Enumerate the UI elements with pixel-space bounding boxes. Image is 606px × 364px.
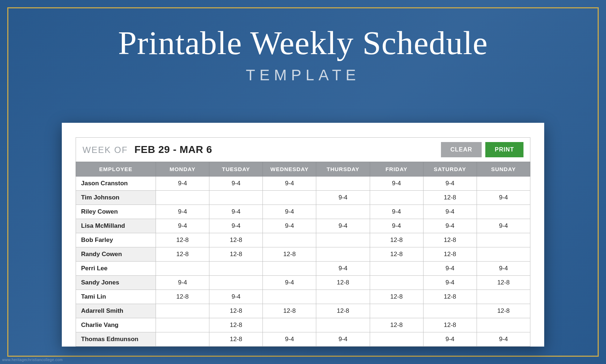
- shift-cell: 12-8: [263, 247, 316, 262]
- shift-cell: 9-4: [423, 177, 477, 191]
- col-sunday: SUNDAY: [477, 162, 530, 177]
- shift-cell: 9-4: [423, 276, 477, 290]
- shift-cell: [263, 191, 316, 205]
- shift-cell: [477, 290, 530, 304]
- button-group: CLEAR PRINT: [441, 142, 523, 157]
- shift-cell: 12-8: [263, 304, 316, 318]
- shift-cell: 12-8: [156, 247, 209, 262]
- shift-cell: 9-4: [263, 276, 316, 290]
- shift-cell: 9-4: [370, 177, 423, 191]
- employee-name: Adarrell Smith: [76, 304, 156, 318]
- shift-cell: 9-4: [423, 205, 477, 219]
- shift-cell: 9-4: [477, 332, 530, 347]
- shift-cell: [209, 262, 263, 276]
- shift-cell: [316, 247, 370, 262]
- shift-cell: [156, 332, 209, 347]
- shift-cell: 9-4: [263, 332, 316, 347]
- shift-cell: 9-4: [477, 191, 530, 205]
- shift-cell: 9-4: [477, 219, 530, 233]
- shift-cell: 9-4: [316, 219, 370, 233]
- shift-cell: 12-8: [477, 276, 530, 290]
- shift-cell: 9-4: [156, 276, 209, 290]
- shift-cell: [316, 177, 370, 191]
- shift-cell: 9-4: [370, 205, 423, 219]
- shift-cell: 9-4: [316, 262, 370, 276]
- week-of: WEEK OF FEB 29 - MAR 6: [83, 144, 212, 155]
- shift-cell: 12-8: [423, 191, 477, 205]
- shift-cell: [370, 332, 423, 347]
- employee-name: Randy Cowen: [76, 247, 156, 262]
- table-row: Jason Cranston9-49-49-49-49-4: [76, 177, 530, 191]
- shift-cell: 9-4: [423, 262, 477, 276]
- employee-name: Sandy Jones: [76, 276, 156, 290]
- shift-cell: [477, 205, 530, 219]
- shift-cell: [477, 318, 530, 332]
- shift-cell: [316, 233, 370, 247]
- col-saturday: SATURDAY: [423, 162, 477, 177]
- shift-cell: 9-4: [156, 177, 209, 191]
- shift-cell: 12-8: [209, 332, 263, 347]
- shift-cell: [370, 276, 423, 290]
- shift-cell: [209, 276, 263, 290]
- shift-cell: 9-4: [156, 219, 209, 233]
- employee-name: Charlie Vang: [76, 318, 156, 332]
- col-tuesday: TUESDAY: [209, 162, 263, 177]
- shift-cell: 9-4: [209, 205, 263, 219]
- shift-cell: [156, 262, 209, 276]
- employee-name: Tim Johnson: [76, 191, 156, 205]
- shift-cell: 9-4: [423, 332, 477, 347]
- shift-cell: [423, 304, 477, 318]
- table-row: Thomas Edmunson12-89-49-49-49-4: [76, 332, 530, 347]
- shift-cell: [477, 247, 530, 262]
- table-row: Bob Farley12-812-812-812-8: [76, 233, 530, 247]
- shift-cell: 12-8: [209, 247, 263, 262]
- clear-button[interactable]: CLEAR: [441, 142, 482, 157]
- col-friday: FRIDAY: [370, 162, 423, 177]
- week-of-label: WEEK OF: [83, 145, 128, 155]
- shift-cell: [263, 262, 316, 276]
- col-employee: EMPLOYEE: [76, 162, 156, 177]
- shift-cell: [156, 191, 209, 205]
- shift-cell: 12-8: [423, 247, 477, 262]
- shift-cell: 9-4: [209, 177, 263, 191]
- shift-cell: [263, 290, 316, 304]
- table-row: Lisa McMilland9-49-49-49-49-49-49-4: [76, 219, 530, 233]
- print-button[interactable]: PRINT: [485, 142, 523, 157]
- shift-cell: 12-8: [316, 304, 370, 318]
- table-row: Riley Cowen9-49-49-49-49-4: [76, 205, 530, 219]
- shift-cell: 9-4: [156, 205, 209, 219]
- employee-name: Riley Cowen: [76, 205, 156, 219]
- sheet-header: WEEK OF FEB 29 - MAR 6 CLEAR PRINT: [76, 137, 530, 162]
- shift-cell: 12-8: [209, 233, 263, 247]
- table-row: Tami Lin12-89-412-812-8: [76, 290, 530, 304]
- shift-cell: 12-8: [370, 247, 423, 262]
- col-thursday: THURSDAY: [316, 162, 370, 177]
- shift-cell: 9-4: [263, 177, 316, 191]
- shift-cell: [477, 177, 530, 191]
- table-row: Randy Cowen12-812-812-812-812-8: [76, 247, 530, 262]
- employee-name: Perri Lee: [76, 262, 156, 276]
- shift-cell: 9-4: [263, 205, 316, 219]
- shift-cell: 12-8: [316, 276, 370, 290]
- shift-cell: [209, 191, 263, 205]
- employee-name: Tami Lin: [76, 290, 156, 304]
- table-row: Tim Johnson9-412-89-4: [76, 191, 530, 205]
- shift-cell: 12-8: [370, 233, 423, 247]
- table-header-row: EMPLOYEE MONDAY TUESDAY WEDNESDAY THURSD…: [76, 162, 530, 177]
- shift-cell: 9-4: [263, 219, 316, 233]
- table-row: Sandy Jones9-49-412-89-412-8: [76, 276, 530, 290]
- shift-cell: 9-4: [209, 290, 263, 304]
- shift-cell: 12-8: [209, 304, 263, 318]
- shift-cell: [370, 191, 423, 205]
- shift-cell: 12-8: [423, 233, 477, 247]
- shift-cell: [263, 233, 316, 247]
- shift-cell: 9-4: [209, 219, 263, 233]
- table-row: Charlie Vang12-812-812-8: [76, 318, 530, 332]
- shift-cell: [477, 233, 530, 247]
- schedule-table: EMPLOYEE MONDAY TUESDAY WEDNESDAY THURSD…: [76, 162, 530, 347]
- shift-cell: 9-4: [423, 219, 477, 233]
- shift-cell: 12-8: [156, 233, 209, 247]
- col-monday: MONDAY: [156, 162, 209, 177]
- shift-cell: 12-8: [423, 290, 477, 304]
- shift-cell: [156, 304, 209, 318]
